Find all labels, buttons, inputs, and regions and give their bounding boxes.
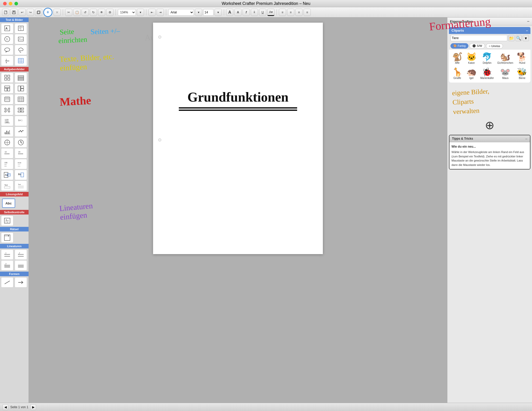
text-image-task[interactable]: Text — [1, 181, 13, 191]
sidebar-section-text-bilder[interactable]: Text & Bilder — [0, 17, 29, 22]
redo-button[interactable]: ↪ — [27, 9, 34, 16]
clipart-biene[interactable]: 🐝 Biene — [516, 67, 528, 81]
cliparts-close[interactable]: – — [526, 29, 528, 32]
cliparts-more-button[interactable]: ▾ — [523, 35, 529, 41]
table-tool[interactable] — [15, 56, 27, 66]
maximize-traffic-light[interactable] — [14, 2, 18, 5]
bold-button[interactable]: f — [243, 9, 250, 16]
align-text-right[interactable]: ≡ — [295, 9, 303, 16]
pattern-task[interactable] — [15, 127, 27, 137]
font-dropdown[interactable]: ▾ — [195, 9, 202, 16]
clipart-hund[interactable]: 🐕 Hund — [516, 52, 528, 65]
dots-1000[interactable]: 8100•••••••••••••• — [15, 159, 27, 169]
font-size-input[interactable] — [203, 9, 214, 16]
cloud-bubble-tool[interactable] — [15, 45, 27, 55]
minimize-traffic-light[interactable] — [9, 2, 12, 5]
lineatur-1[interactable]: _1 — [1, 249, 13, 260]
dots-20[interactable]: 20 — [15, 148, 27, 158]
preview-button[interactable]: 👁 — [98, 9, 105, 16]
clipart-katze[interactable]: 🐱 Katze — [465, 52, 478, 65]
clipart-maus[interactable]: 🐭 Maus — [496, 67, 514, 81]
tips-close[interactable]: – — [525, 137, 527, 141]
tips-header[interactable]: Tipps & Tricks – — [449, 135, 530, 142]
properties-close[interactable]: – — [527, 19, 529, 24]
sidebar-section-loesungsfeld[interactable]: Lösungsfeld — [0, 192, 29, 196]
abc-task-2[interactable]: Aa — [15, 170, 27, 180]
copy-button[interactable] — [35, 9, 42, 16]
align-text-center[interactable]: ≡ — [287, 9, 294, 16]
align-right-button[interactable]: ⇥ — [157, 9, 164, 16]
canvas-area[interactable]: Seite einrichten Seiten +/– Aufgabengene… — [29, 17, 447, 403]
cliparts-folder-button[interactable]: 📁 — [508, 35, 515, 41]
font-size-dropdown[interactable]: ▾ — [215, 9, 222, 16]
filter-farbig[interactable]: 🎨 Farbig — [450, 43, 468, 49]
align-left-button[interactable]: ⇤ — [148, 9, 156, 16]
sidebar-section-selbstkontrolle[interactable]: Selbstkontrolle — [0, 210, 29, 215]
raetsel-item[interactable] — [1, 233, 13, 243]
addition-task[interactable]: 120+40 — [1, 116, 13, 126]
undo-button[interactable]: ↩ — [19, 9, 26, 16]
clock-task[interactable] — [15, 137, 27, 148]
prev-page-button[interactable]: ◀ — [3, 404, 8, 410]
clipart-delphin[interactable]: 🐬 Delphin — [479, 52, 495, 65]
clipart-marienkafer[interactable]: 🐞 Marienkäfer — [479, 67, 495, 81]
aufgabe-2[interactable] — [15, 73, 27, 83]
number-tool[interactable]: 1 — [1, 34, 13, 44]
text-large-button[interactable]: A — [226, 9, 233, 16]
book-tool[interactable] — [15, 23, 27, 33]
aufgabe-4[interactable] — [15, 83, 27, 94]
fraction-tool[interactable]: 14 — [1, 56, 13, 66]
zoom-dropdown[interactable]: ▾ — [137, 9, 144, 16]
filter-sw[interactable]: ⚫ S/W — [469, 43, 485, 49]
aufgabe-match-1[interactable] — [1, 105, 13, 115]
arrow-tool[interactable] — [15, 277, 27, 288]
lineatur-4[interactable] — [15, 260, 27, 271]
scissors-button[interactable]: ✂ — [65, 9, 72, 16]
align-text-left[interactable]: ≡ — [279, 9, 286, 16]
clipart-affe[interactable]: 🐒 Affe — [451, 52, 464, 65]
filter-umriss[interactable]: ○ Umriss — [486, 43, 503, 49]
aufgabe-1[interactable] — [1, 73, 13, 83]
sidebar-section-aufgabenfelder[interactable]: Aufgabenfelder — [0, 67, 29, 72]
worksheet[interactable]: Grundfunktionen — [153, 23, 323, 254]
save-button[interactable] — [10, 9, 17, 16]
aufgabe-6[interactable] — [15, 94, 27, 104]
speech-bubble-tool[interactable] — [1, 45, 13, 55]
sidebar-section-lineaturen[interactable]: Lineaturen — [0, 244, 29, 248]
remove-button[interactable]: ✕ — [54, 9, 61, 16]
dots-100[interactable]: 100•••••••••• — [1, 159, 13, 169]
selbstkontrolle-item[interactable]: 47 2 — [1, 216, 13, 226]
aufgabe-3[interactable] — [1, 83, 13, 94]
close-traffic-light[interactable] — [3, 2, 7, 5]
next-page-button[interactable]: ▶ — [30, 404, 36, 410]
font-select[interactable]: Arial Times New Roman Helvetica — [168, 9, 194, 16]
new-button[interactable] — [2, 9, 9, 16]
dots-10[interactable]: 10 — [1, 148, 13, 158]
cliparts-search-button[interactable]: 🔍 — [516, 35, 522, 41]
settings-button[interactable]: ⚙ — [106, 9, 113, 16]
image-tool[interactable] — [15, 34, 27, 44]
cliparts-search-input[interactable] — [450, 35, 507, 41]
clipart-giraffe[interactable]: 🦒 Giraffe — [451, 67, 464, 81]
color-button[interactable]: A▾ — [267, 9, 274, 16]
sidebar-section-formen[interactable]: Formen — [0, 272, 29, 276]
aufgabe-match-2[interactable] — [15, 105, 27, 115]
line-tool[interactable] — [1, 277, 13, 288]
underline-button[interactable]: U — [259, 9, 266, 16]
sidebar-section-raetsel[interactable]: Rätsel — [0, 227, 29, 231]
open-task[interactable]: 5+□ — [15, 116, 27, 126]
text-small-button[interactable]: A — [234, 9, 242, 16]
circle-task[interactable] — [1, 137, 13, 148]
paste-button[interactable]: 📋 — [73, 9, 81, 16]
rotate-right-button[interactable]: ↻ — [90, 9, 97, 16]
zoom-select[interactable]: 134% 100% 75% — [118, 9, 136, 16]
add-button[interactable]: + — [43, 8, 52, 17]
text-lines-task[interactable]: Text — [15, 181, 27, 191]
clipart-eichhoernchen[interactable]: 🐿️ Eichhörnchen — [496, 52, 514, 65]
italic-button[interactable]: k — [251, 9, 258, 16]
justify-text[interactable]: ≡ — [304, 9, 311, 16]
clipart-igel[interactable]: 🦔 Igel — [465, 67, 478, 81]
text-tool[interactable]: A — [1, 23, 13, 33]
lineatur-3[interactable]: _3 — [1, 260, 13, 271]
abc-solution[interactable]: Abc — [2, 199, 15, 208]
